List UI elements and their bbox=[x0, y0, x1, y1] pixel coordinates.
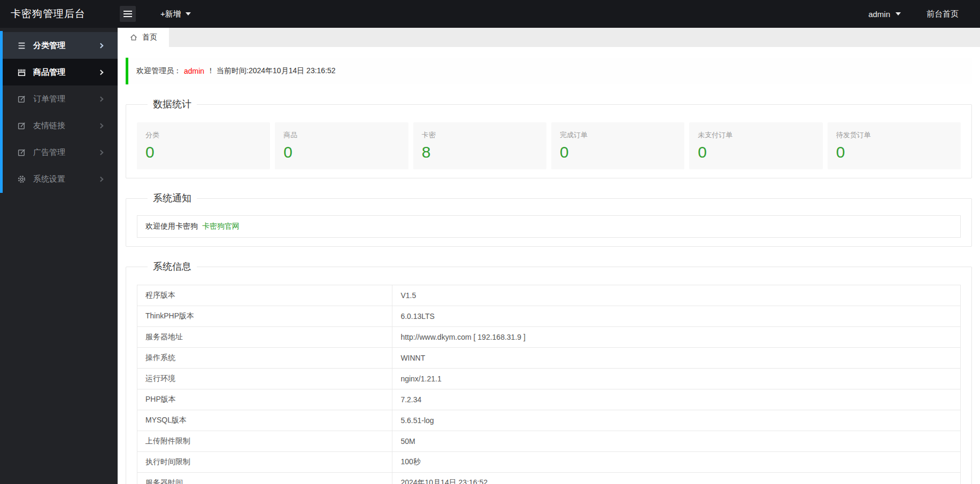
main-content: 欢迎管理员： admin ！ 当前时间:2024年10月14日 23:16:52… bbox=[118, 47, 980, 484]
sidebar-item-label: 广告管理 bbox=[33, 147, 65, 158]
notice-section: 系统通知 欢迎使用卡密狗 卡密狗官网 bbox=[126, 192, 972, 247]
sysinfo-value: 5.6.51-log bbox=[392, 410, 961, 431]
table-row: 服务器地址 http://www.dkym.com [ 192.168.31.9… bbox=[137, 327, 961, 348]
stat-label: 未支付订单 bbox=[698, 130, 814, 140]
tab-home-label: 首页 bbox=[142, 33, 157, 42]
table-row: 服务器时间 2024年10月14日 23:16:52 bbox=[137, 473, 961, 484]
sidebar-item-label: 系统设置 bbox=[33, 174, 65, 184]
stat-label: 商品 bbox=[283, 130, 399, 140]
stat-card-pending-shipment: 待发货订单 0 bbox=[828, 122, 961, 169]
table-row: 上传附件限制 50M bbox=[137, 431, 961, 452]
app-title: 卡密狗管理后台 bbox=[0, 7, 118, 21]
chevron-right-icon bbox=[98, 176, 104, 182]
sysinfo-legend: 系统信息 bbox=[148, 260, 197, 273]
chevron-right-icon bbox=[98, 43, 104, 48]
table-row: MYSQL版本 5.6.51-log bbox=[137, 410, 961, 431]
welcome-username: admin bbox=[184, 67, 204, 75]
chevron-right-icon bbox=[98, 96, 104, 102]
edit-icon bbox=[17, 148, 26, 157]
chevron-down-icon bbox=[186, 12, 191, 15]
sysinfo-key: 服务器时间 bbox=[137, 473, 392, 484]
top-header: 卡密狗管理后台 +新增 admin 前台首页 bbox=[0, 0, 980, 28]
welcome-time: ！ 当前时间:2024年10月14日 23:16:52 bbox=[207, 66, 335, 76]
table-row: 程序版本 V1.5 bbox=[137, 285, 961, 306]
sidebar-item-label: 商品管理 bbox=[33, 67, 65, 77]
list-icon bbox=[17, 41, 26, 50]
table-row: PHP版本 7.2.34 bbox=[137, 389, 961, 410]
stat-value: 0 bbox=[836, 144, 952, 160]
stat-label: 待发货订单 bbox=[836, 130, 952, 140]
stat-label: 完成订单 bbox=[560, 130, 676, 140]
sidebar-item-label: 友情链接 bbox=[33, 121, 65, 131]
sysinfo-key: MYSQL版本 bbox=[137, 410, 392, 431]
sysinfo-section: 系统信息 程序版本 V1.5 ThinkPHP版本 6.0.13LTS 服务器地… bbox=[126, 260, 972, 484]
sysinfo-key: 执行时间限制 bbox=[137, 452, 392, 473]
sysinfo-value: 2024年10月14日 23:16:52 bbox=[392, 473, 961, 484]
sidebar-item-ads[interactable]: 广告管理 bbox=[0, 139, 118, 166]
sysinfo-key: 程序版本 bbox=[137, 285, 392, 306]
sidebar-menu: 分类管理 商品管理 订单管理 bbox=[0, 28, 118, 192]
sidebar-item-links[interactable]: 友情链接 bbox=[0, 112, 118, 139]
sysinfo-key: 操作系统 bbox=[137, 348, 392, 369]
user-dropdown[interactable]: admin bbox=[868, 10, 901, 19]
notice-text: 欢迎使用卡密狗 bbox=[145, 222, 198, 230]
frontend-home-link[interactable]: 前台首页 bbox=[927, 9, 959, 19]
chevron-right-icon bbox=[98, 123, 104, 128]
sidebar: 分类管理 商品管理 订单管理 bbox=[0, 28, 118, 484]
stat-value: 0 bbox=[560, 144, 676, 160]
sysinfo-key: ThinkPHP版本 bbox=[137, 306, 392, 327]
sidebar-scroll-indicator bbox=[0, 31, 3, 193]
tab-home[interactable]: 首页 bbox=[118, 28, 169, 47]
sysinfo-table: 程序版本 V1.5 ThinkPHP版本 6.0.13LTS 服务器地址 htt… bbox=[137, 285, 961, 484]
edit-icon bbox=[17, 95, 26, 104]
stat-card-category: 分类 0 bbox=[137, 122, 270, 169]
chevron-right-icon bbox=[98, 150, 104, 155]
welcome-alert: 欢迎管理员： admin ！ 当前时间:2024年10月14日 23:16:52 bbox=[126, 58, 972, 84]
stat-value: 0 bbox=[283, 144, 399, 160]
sysinfo-value: 100秒 bbox=[392, 452, 961, 473]
add-new-dropdown[interactable]: +新增 bbox=[160, 9, 191, 19]
stats-legend: 数据统计 bbox=[148, 98, 197, 111]
table-row: ThinkPHP版本 6.0.13LTS bbox=[137, 306, 961, 327]
sysinfo-value: 7.2.34 bbox=[392, 389, 961, 410]
stat-label: 卡密 bbox=[422, 130, 538, 140]
sidebar-item-product[interactable]: 商品管理 bbox=[0, 59, 118, 85]
official-site-link[interactable]: 卡密狗官网 bbox=[202, 222, 240, 230]
stats-section: 数据统计 分类 0 商品 0 卡密 8 完成订单 0 bbox=[126, 98, 972, 178]
welcome-prefix: 欢迎管理员： bbox=[136, 66, 181, 76]
sysinfo-key: 运行环境 bbox=[137, 369, 392, 389]
table-row: 运行环境 nginx/1.21.1 bbox=[137, 369, 961, 389]
sysinfo-key: PHP版本 bbox=[137, 389, 392, 410]
table-row: 执行时间限制 100秒 bbox=[137, 452, 961, 473]
sidebar-item-order[interactable]: 订单管理 bbox=[0, 85, 118, 112]
stats-cards-row: 分类 0 商品 0 卡密 8 完成订单 0 未支付订单 0 bbox=[137, 122, 961, 169]
sidebar-item-label: 订单管理 bbox=[33, 94, 65, 104]
sysinfo-value: http://www.dkym.com [ 192.168.31.9 ] bbox=[392, 327, 961, 348]
chevron-right-icon bbox=[98, 69, 104, 75]
sysinfo-key: 服务器地址 bbox=[137, 327, 392, 348]
sysinfo-value: V1.5 bbox=[392, 285, 961, 306]
stat-card-unpaid-orders: 未支付订单 0 bbox=[689, 122, 822, 169]
stat-value: 0 bbox=[698, 144, 814, 160]
shop-icon bbox=[17, 68, 26, 77]
sysinfo-key: 上传附件限制 bbox=[137, 431, 392, 452]
sysinfo-value: 50M bbox=[392, 431, 961, 452]
table-row: 操作系统 WINNT bbox=[137, 348, 961, 369]
sidebar-item-label: 分类管理 bbox=[33, 41, 65, 51]
home-icon bbox=[129, 33, 138, 42]
chevron-down-icon bbox=[896, 12, 901, 15]
sysinfo-value: nginx/1.21.1 bbox=[392, 369, 961, 389]
tab-bar: 首页 bbox=[118, 28, 980, 47]
sidebar-item-settings[interactable]: 系统设置 bbox=[0, 166, 118, 192]
sidebar-item-category[interactable]: 分类管理 bbox=[0, 32, 118, 59]
notice-box: 欢迎使用卡密狗 卡密狗官网 bbox=[137, 215, 961, 238]
stat-value: 8 bbox=[422, 144, 538, 160]
stat-label: 分类 bbox=[145, 130, 261, 140]
stat-card-kami: 卡密 8 bbox=[413, 122, 546, 169]
add-new-label: +新增 bbox=[160, 9, 181, 19]
edit-icon bbox=[17, 121, 26, 130]
menu-toggle-button[interactable] bbox=[120, 6, 136, 22]
stat-card-completed-orders: 完成订单 0 bbox=[551, 122, 684, 169]
notice-legend: 系统通知 bbox=[148, 192, 197, 205]
gear-icon bbox=[17, 175, 26, 184]
